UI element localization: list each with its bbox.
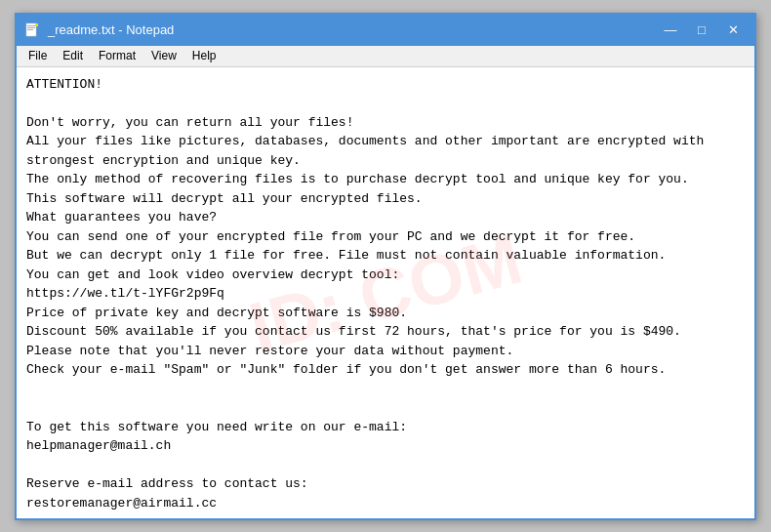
text-content-area[interactable]: ID: COM ATTENTION! Don't worry, you can … <box>17 67 754 518</box>
menu-edit[interactable]: Edit <box>55 47 91 64</box>
notepad-icon <box>24 22 40 38</box>
window-title: _readme.txt - Notepad <box>48 22 174 37</box>
notepad-window: _readme.txt - Notepad — □ ✕ File Edit Fo… <box>15 13 756 520</box>
menu-view[interactable]: View <box>143 47 184 64</box>
readme-text: ATTENTION! Don't worry, you can return a… <box>26 75 745 518</box>
svg-rect-4 <box>35 23 38 26</box>
svg-rect-2 <box>27 27 35 28</box>
menu-bar: File Edit Format View Help <box>17 46 754 67</box>
menu-format[interactable]: Format <box>91 47 143 64</box>
menu-help[interactable]: Help <box>184 47 224 64</box>
minimize-button[interactable]: — <box>657 20 684 40</box>
title-bar-left: _readme.txt - Notepad <box>24 22 174 38</box>
svg-rect-1 <box>27 25 35 26</box>
title-bar: _readme.txt - Notepad — □ ✕ <box>17 15 754 46</box>
svg-rect-3 <box>27 29 33 30</box>
window-controls: — □ ✕ <box>657 20 747 40</box>
maximize-button[interactable]: □ <box>688 20 715 40</box>
close-button[interactable]: ✕ <box>719 20 747 40</box>
menu-file[interactable]: File <box>20 47 55 64</box>
